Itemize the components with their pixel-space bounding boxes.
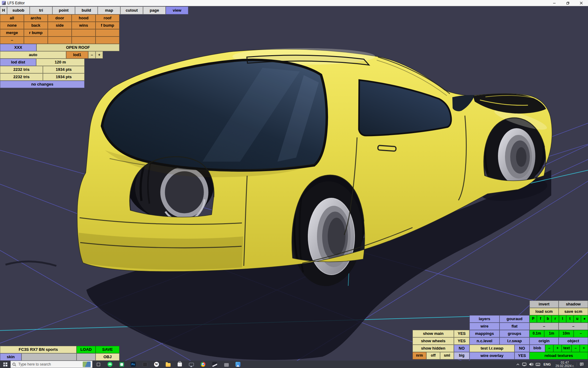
obj-button[interactable]: OBJ	[96, 353, 119, 361]
layer-f-button[interactable]: f	[537, 315, 544, 323]
skin-button[interactable]: skin	[0, 353, 21, 361]
menu-subob[interactable]: subob	[7, 6, 30, 14]
layer-u-button[interactable]: u	[574, 315, 581, 323]
layers-button[interactable]: layers	[469, 315, 499, 323]
shadow-button[interactable]: shadow	[559, 301, 588, 308]
test-lr-swap-value[interactable]: NO	[514, 345, 530, 352]
invert-button[interactable]: invert	[530, 301, 559, 308]
dash-right-button[interactable]: –	[559, 323, 588, 330]
spotify-button[interactable]	[104, 361, 116, 368]
sel-fbump-button[interactable]: f bump	[96, 22, 119, 29]
lod-dist-value[interactable]: 120 m	[36, 59, 85, 66]
blob-plus-button[interactable]: +	[553, 345, 562, 352]
show-hidden-button[interactable]: show hidden	[413, 345, 454, 352]
lod-dist-button[interactable]: lod dist	[0, 59, 36, 66]
sel-wins-button[interactable]: wins	[72, 22, 96, 29]
lod1-button[interactable]: lod1	[66, 51, 88, 59]
show-wheels-button[interactable]: show wheels	[413, 337, 454, 345]
wikipedia-button[interactable]	[151, 361, 162, 368]
show-main-value[interactable]: YES	[454, 330, 469, 337]
grid-01m-button[interactable]: 0.1m	[530, 330, 544, 337]
sel-rbump-button[interactable]: r bump	[24, 29, 48, 36]
origin-button[interactable]: origin	[530, 337, 559, 345]
sel-door-button[interactable]: door	[48, 14, 72, 22]
open-roof-button[interactable]: OPEN ROOF	[36, 44, 119, 51]
wire-overlay-button[interactable]: wire overlay	[469, 352, 514, 359]
off-button[interactable]: off	[426, 352, 440, 359]
chrome-button[interactable]	[197, 361, 209, 368]
grid-10m-button[interactable]: 10m	[559, 330, 574, 337]
sel-all-button[interactable]: all	[0, 14, 24, 22]
wire-button[interactable]: wire	[469, 323, 499, 330]
blob-button[interactable]: blob	[530, 345, 545, 352]
photoshop-button[interactable]	[127, 361, 139, 368]
dash-left-button[interactable]: –	[530, 323, 559, 330]
store-button[interactable]	[174, 361, 186, 368]
lr-swap-button[interactable]: l.r.swap	[499, 337, 530, 345]
show-wheels-value[interactable]: YES	[454, 337, 469, 345]
folder2-button[interactable]	[221, 361, 232, 368]
menu-map[interactable]: map	[98, 6, 120, 14]
tray-volume-button[interactable]	[528, 362, 535, 366]
dark-app-button[interactable]	[139, 361, 151, 368]
sel-none-button[interactable]: none	[0, 22, 24, 29]
photos-button[interactable]	[232, 361, 244, 368]
flat-button[interactable]: flat	[499, 323, 530, 330]
search-input[interactable]	[18, 362, 81, 367]
show-hidden-value[interactable]: NO	[454, 345, 469, 352]
text-button[interactable]: text	[562, 345, 571, 352]
action-center-button[interactable]	[577, 362, 586, 366]
taskbar-clock[interactable]: 01:47 29.02.2024 r.	[553, 361, 577, 368]
test-lr-swap-button[interactable]: test l.r.swap	[469, 345, 514, 352]
layer-t-button[interactable]: t	[566, 315, 574, 323]
sml-button[interactable]: sml	[440, 352, 454, 359]
sel-dash-button[interactable]: –	[0, 36, 24, 44]
layer-l-button[interactable]: l	[559, 315, 566, 323]
menu-point[interactable]: point	[52, 6, 75, 14]
tray-display-button[interactable]	[521, 362, 528, 366]
xxx-button[interactable]: XXX	[0, 44, 36, 51]
gouraud-button[interactable]: gouraud	[499, 315, 530, 323]
load-button[interactable]: LOAD	[77, 346, 96, 353]
sel-side-button[interactable]: side	[48, 22, 72, 29]
grid-1m-button[interactable]: 1m	[544, 330, 559, 337]
layer-p-button[interactable]: P	[530, 315, 537, 323]
text-plus-button[interactable]: +	[580, 345, 588, 352]
start-button[interactable]	[0, 361, 10, 368]
maximize-button[interactable]	[561, 0, 575, 6]
menu-build[interactable]: build	[75, 6, 98, 14]
nrm-button[interactable]: nrm	[413, 352, 426, 359]
task-view-button[interactable]	[92, 361, 104, 368]
search-highlight-image[interactable]	[83, 362, 91, 367]
sel-archs-button[interactable]: archs	[24, 14, 48, 22]
load-scm-button[interactable]: load scm	[530, 308, 559, 315]
auto-button[interactable]: auto	[0, 51, 66, 59]
object-button[interactable]: object	[559, 337, 588, 345]
reload-textures-button[interactable]: reload textures	[530, 352, 588, 359]
file-explorer-button[interactable]	[162, 361, 174, 368]
nc-level-button[interactable]: n.c.level	[469, 337, 499, 345]
show-main-button[interactable]: show main	[413, 330, 454, 337]
menu-view[interactable]: view	[166, 6, 188, 14]
menu-h[interactable]: H	[0, 6, 7, 14]
sel-roof-button[interactable]: roof	[96, 14, 119, 22]
minimize-button[interactable]	[548, 0, 561, 6]
grid-dash-button[interactable]: –	[574, 330, 588, 337]
lfs-button[interactable]	[209, 361, 221, 368]
lod-plus-button[interactable]: +	[96, 51, 103, 59]
sel-merge-button[interactable]: merge	[0, 29, 24, 36]
sel-back-button[interactable]: back	[24, 22, 48, 29]
menu-page[interactable]: page	[143, 6, 166, 14]
text-minus-button[interactable]: –	[571, 345, 580, 352]
green-app-button[interactable]	[116, 361, 127, 368]
layer-b-button[interactable]: b	[544, 315, 552, 323]
wire-overlay-value[interactable]: YES	[514, 352, 530, 359]
mappings-button[interactable]: mappings	[469, 330, 499, 337]
layer-r-button[interactable]: r	[552, 315, 559, 323]
tray-keyboard-button[interactable]	[535, 363, 541, 366]
tray-chevron-button[interactable]	[514, 363, 521, 366]
close-button[interactable]	[575, 0, 588, 6]
menu-tri[interactable]: tri	[30, 6, 52, 14]
sel-hood-button[interactable]: hood	[72, 14, 96, 22]
taskbar-search[interactable]	[10, 361, 92, 368]
